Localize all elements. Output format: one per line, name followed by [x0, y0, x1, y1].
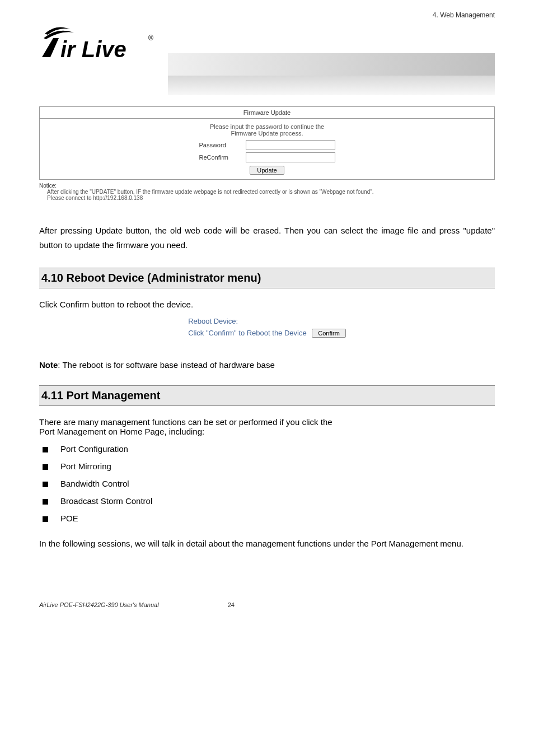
list-item: Port Configuration	[39, 444, 495, 454]
breadcrumb: 4. Web Management	[433, 11, 495, 19]
page-number: 24	[228, 601, 235, 608]
header-wrap: ir Live ®	[39, 22, 495, 95]
reboot-intro: Click Confirm button to reboot the devic…	[39, 300, 495, 309]
list-item: Port Mirroring	[39, 461, 495, 471]
notice-line2: Please connect to http://192.168.0.138	[47, 195, 495, 201]
footer-manual-title: AirLive POE-FSH2422G-390 User's Manual	[39, 601, 159, 608]
list-item: Broadcast Storm Control	[39, 496, 495, 506]
reboot-box: Reboot Device: Click "Confirm" to Reboot…	[39, 317, 495, 338]
reboot-box-line2: Click "Confirm" to Reboot the Device	[188, 329, 307, 337]
section-heading-reboot: 4.10 Reboot Device (Administrator menu)	[39, 268, 495, 288]
header-gradient-2	[168, 76, 495, 95]
reboot-box-line1: Reboot Device:	[188, 317, 238, 325]
list-item: Bandwidth Control	[39, 479, 495, 488]
notice-block: Notice: After clicking the "UPDATE" butt…	[39, 183, 495, 201]
reconfirm-input[interactable]	[246, 152, 335, 162]
reconfirm-label: ReConfirm	[199, 154, 243, 161]
update-button[interactable]: Update	[250, 166, 284, 175]
confirm-button[interactable]: Confirm	[312, 329, 346, 338]
port-outro: In the following sessions, we will talk …	[39, 536, 495, 551]
logo-text: ir Live	[60, 37, 127, 62]
firmware-update-panel: Firmware Update Please input the passwor…	[39, 106, 495, 180]
logo-registered: ®	[148, 34, 153, 42]
notice-line1: After clicking the "UPDATE" button, IF t…	[47, 189, 495, 195]
password-label: Password	[199, 142, 243, 148]
firmware-instruction: Please input the password to continue th…	[40, 123, 494, 137]
list-item: POE	[39, 514, 495, 523]
port-feature-list: Port Configuration Port Mirroring Bandwi…	[39, 444, 495, 523]
firmware-title: Firmware Update	[40, 107, 494, 119]
notice-title: Notice:	[39, 183, 495, 189]
note-line: Note: The reboot is for software base in…	[39, 360, 495, 370]
footer: AirLive POE-FSH2422G-390 User's Manual 2…	[39, 601, 495, 608]
header-gradient-1	[168, 53, 495, 76]
section-heading-port: 4.11 Port Management	[39, 385, 495, 406]
port-intro: There are many management functions can …	[39, 417, 495, 436]
paragraph-after-update: After pressing Update button, the old we…	[39, 223, 495, 252]
password-input[interactable]	[246, 140, 335, 150]
